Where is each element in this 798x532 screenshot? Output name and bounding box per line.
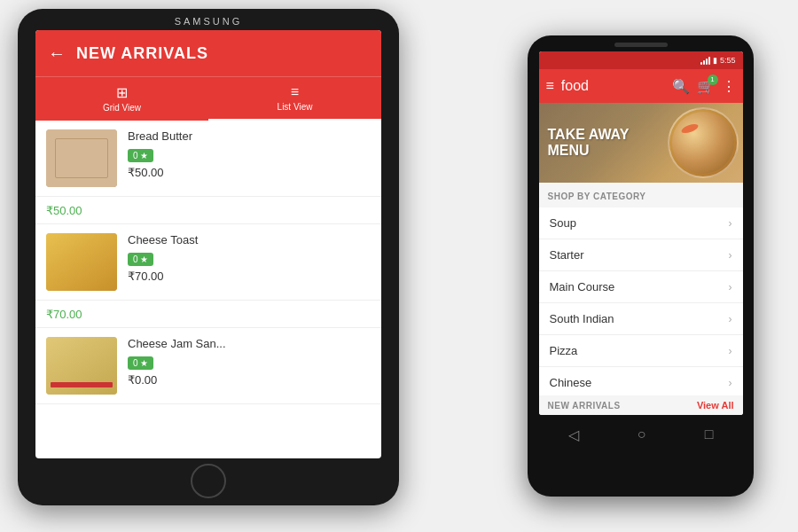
phone-speaker [614,43,668,47]
promo-banner: TAKE AWAY MENU [539,103,743,183]
status-time: 5:55 [720,56,736,65]
chevron-right-icon: › [729,217,732,230]
banner-food-image [668,107,739,178]
star-icon: ★ [140,151,148,160]
new-arrivals-label: NEW ARRIVALS [548,401,621,411]
product-price: ₹70.00 [128,270,371,283]
price-green: ₹50.00 [46,204,82,217]
tablet-device: SAMSUNG ← NEW ARRIVALS ⊞ Grid View ≡ Lis… [18,9,399,505]
scene: SAMSUNG ← NEW ARRIVALS ⊞ Grid View ≡ Lis… [0,0,798,532]
category-name: Main Course [550,280,615,293]
list-item[interactable]: Main Course › [539,271,743,303]
tablet-app-header: ← NEW ARRIVALS [35,30,381,76]
chevron-right-icon: › [729,249,732,262]
category-section-title: SHOP BY CATEGORY [548,192,646,201]
rating-badge: 0 ★ [128,149,153,162]
signal-icon [700,56,710,65]
price-green: ₹70.00 [46,308,82,321]
product-name: Cheese Toast [128,233,371,246]
phone-app-bar: ≡ food 🔍 🛒 1 ⋮ [539,69,743,103]
product-image [46,233,117,291]
category-name: Pizza [550,344,578,357]
category-name: Chinese [550,376,592,389]
back-nav-button[interactable]: ◁ [568,426,579,443]
rating-badge: 0 ★ [128,253,153,266]
price-row: ₹50.00 [35,197,381,224]
list-item[interactable]: Soup › [539,207,743,239]
list-icon: ≡ [291,84,299,100]
cart-button[interactable]: 🛒 1 [697,78,715,95]
chevron-right-icon: › [729,377,732,389]
product-info: Cheese Toast 0 ★ ₹70.00 [128,233,371,283]
category-name: Starter [550,248,584,262]
back-button[interactable]: ← [48,43,66,64]
more-options-icon[interactable]: ⋮ [722,78,736,95]
table-row[interactable]: Cheese Toast 0 ★ ₹70.00 [35,224,381,301]
product-info: Bread Butter 0 ★ ₹50.00 [128,129,371,179]
tablet-home-button[interactable] [191,464,226,498]
rating-value: 0 [133,358,138,368]
tab-list-label: List View [278,102,313,112]
phone-nav-bar: ◁ ○ □ [539,419,743,450]
product-price: ₹0.00 [128,373,371,387]
battery-icon: ▮ [713,56,717,65]
app-title: food [561,78,672,94]
rating-value: 0 [133,254,138,264]
status-bar: ▮ 5:55 [539,51,743,69]
product-image [46,129,117,187]
list-item[interactable]: Starter › [539,239,743,271]
category-name: Soup [550,216,576,230]
cart-count: 1 [708,74,718,85]
hamburger-menu-icon[interactable]: ≡ [546,78,554,94]
chevron-right-icon: › [729,281,732,293]
category-list: Soup › Starter › Main Course › South Ind… [539,207,743,395]
product-info: Cheese Jam San... 0 ★ ₹0.00 [128,337,371,387]
phone-device: ▮ 5:55 ≡ food 🔍 🛒 1 ⋮ [528,35,754,497]
app-bar-actions: 🔍 🛒 1 ⋮ [672,78,736,95]
chevron-right-icon: › [729,313,732,325]
grid-icon: ⊞ [116,84,128,101]
new-arrivals-bar: NEW ARRIVALS View All [539,395,743,415]
tablet-brand: SAMSUNG [175,16,243,27]
product-name: Bread Butter [128,129,371,143]
tablet-page-title: NEW ARRIVALS [76,44,208,63]
banner-line2: MENU [548,143,630,159]
product-image [46,337,117,395]
view-all-link[interactable]: View All [697,400,734,411]
table-row[interactable]: Bread Butter 0 ★ ₹50.00 [35,121,381,197]
star-icon: ★ [140,254,148,264]
list-item[interactable]: South Indian › [539,303,743,335]
chevron-right-icon: › [729,345,732,357]
tab-grid-label: Grid View [103,103,141,113]
price-row: ₹70.00 [35,301,381,328]
banner-line1: TAKE AWAY [548,127,630,143]
category-section-header: SHOP BY CATEGORY [539,183,743,207]
product-name: Cheese Jam San... [128,337,371,350]
list-item[interactable]: Chinese › [539,367,743,395]
recents-nav-button[interactable]: □ [705,426,714,442]
star-icon: ★ [140,358,148,368]
category-name: South Indian [550,312,614,325]
tab-grid-view[interactable]: ⊞ Grid View [35,77,208,121]
tablet-product-list: Bread Butter 0 ★ ₹50.00 ₹50.00 [35,121,381,404]
status-icons: ▮ 5:55 [700,56,736,65]
phone-screen: ▮ 5:55 ≡ food 🔍 🛒 1 ⋮ [539,51,743,415]
food-visual [672,112,734,174]
banner-text: TAKE AWAY MENU [548,127,630,159]
list-item[interactable]: Pizza › [539,335,743,367]
home-nav-button[interactable]: ○ [638,426,646,442]
search-icon[interactable]: 🔍 [672,78,690,95]
tablet-tabs: ⊞ Grid View ≡ List View [35,76,381,121]
rating-badge: 0 ★ [128,356,153,370]
tab-list-view[interactable]: ≡ List View [208,77,381,121]
product-price: ₹50.00 [128,166,371,179]
tablet-screen: ← NEW ARRIVALS ⊞ Grid View ≡ List View [35,30,381,458]
table-row[interactable]: Cheese Jam San... 0 ★ ₹0.00 [35,328,381,404]
rating-value: 0 [133,151,138,160]
